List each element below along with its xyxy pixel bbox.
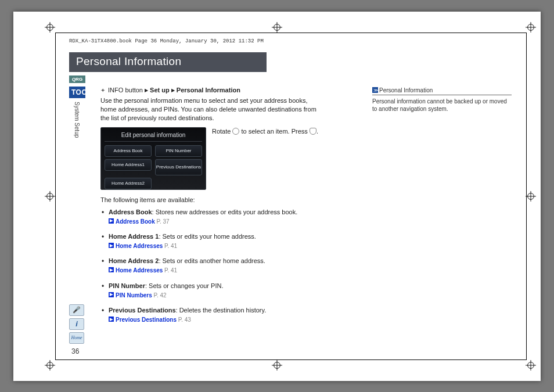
screen-button-home-address-2: Home Address2 [105, 178, 152, 189]
screen-button-pin-number: PIN Number [155, 145, 202, 157]
item-desc: : Deletes the destination history. [176, 307, 267, 314]
screen-button-address-book: Address Book [105, 145, 152, 157]
info-icon[interactable] [69, 318, 84, 330]
list-item: Address Book: Stores new addresses or ed… [109, 208, 324, 225]
section-label: System Setup [74, 102, 80, 138]
item-desc: : Sets or edits your home address. [159, 233, 256, 240]
cross-ref-link[interactable]: PIN Numbers P. 42 [109, 292, 324, 300]
list-item: PIN Number: Sets or changes your PIN. PI… [109, 282, 324, 299]
voice-icon[interactable] [69, 304, 84, 316]
list-item: Home Address 2: Sets or edits another ho… [109, 257, 324, 274]
cross-ref-link[interactable]: Home Addresses P. 41 [109, 242, 324, 250]
intro-paragraph: Use the personal information menu to sel… [100, 96, 324, 123]
chevron-right-icon: ▶ [171, 88, 175, 93]
cross-ref-link[interactable]: Home Addresses P. 41 [109, 267, 324, 275]
list-item: Previous Destinations: Deletes the desti… [109, 306, 324, 323]
registration-mark-icon [45, 191, 55, 202]
crop-line [55, 33, 527, 33]
item-label: Home Address 1 [109, 233, 159, 240]
info-button-icon: ✦ [100, 87, 105, 93]
toc-badge[interactable]: TOC [69, 87, 85, 98]
note-icon: ≫ [372, 87, 378, 93]
sidebar-note: Personal information cannot be backed up… [372, 98, 512, 113]
svg-text:≫: ≫ [373, 88, 378, 93]
cross-ref-link[interactable]: Previous Destinations P. 43 [109, 316, 324, 324]
instruction-text: Rotate to select an item. Press . [212, 127, 324, 136]
registration-mark-icon [45, 360, 55, 371]
press-button-icon [310, 128, 316, 135]
screenshot-title: Edit personal information [105, 131, 202, 142]
registration-mark-icon [526, 22, 536, 33]
item-label: Previous Destinations [109, 307, 176, 314]
sidebar-heading: ≫Personal Information [372, 87, 512, 95]
chevron-right-icon: ▶ [145, 88, 148, 93]
registration-mark-icon [526, 360, 536, 371]
qrg-badge[interactable]: QRG [69, 75, 85, 83]
registration-mark-icon [526, 191, 536, 202]
running-header: RDX_KA-31TX4800.book Page 36 Monday, Jan… [69, 38, 264, 44]
item-label: Home Address 2 [109, 257, 159, 264]
registration-mark-icon [272, 360, 282, 371]
item-desc: : Sets or changes your PIN. [145, 282, 224, 289]
cross-ref-link[interactable]: Address Book P. 37 [109, 218, 324, 226]
home-icon[interactable]: Home [69, 332, 84, 344]
registration-mark-icon [45, 22, 55, 33]
breadcrumb-step: INFO button [108, 87, 143, 93]
screenshot-edit-personal-info: Edit personal information Address Book P… [100, 127, 206, 190]
breadcrumb-step: Personal Information [177, 87, 240, 93]
rotate-dial-icon [232, 128, 239, 135]
item-label: PIN Number [109, 282, 145, 289]
page-number: 36 [71, 347, 79, 355]
crop-line [55, 359, 527, 360]
item-desc: : Sets or edits another home address. [159, 257, 265, 264]
breadcrumb: ✦ INFO button ▶ Set up ▶ Personal Inform… [100, 86, 324, 95]
registration-mark-icon [272, 22, 282, 33]
screen-button-home-address-1: Home Address1 [105, 159, 152, 171]
screen-button-previous-destinations: Previous Destinations [155, 159, 202, 175]
list-item: Home Address 1: Sets or edits your home … [109, 232, 324, 250]
items-intro: The following items are available: [100, 196, 324, 204]
item-label: Address Book [109, 208, 152, 215]
crop-line [55, 33, 56, 360]
item-desc: : Stores new addresses or edits your add… [152, 208, 298, 215]
page-title: Personal Information [69, 52, 267, 72]
breadcrumb-step: Set up [150, 87, 170, 93]
